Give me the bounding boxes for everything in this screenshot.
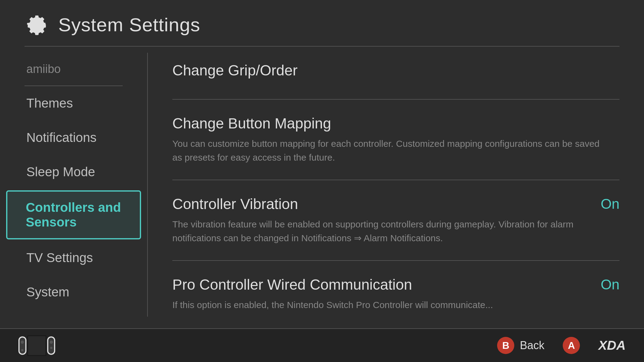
section-desc-controller-vibration: The vibration feature will be enabled on…	[172, 217, 577, 245]
section-value-pro-controller-wired: On	[589, 276, 619, 293]
svg-point-8	[50, 341, 53, 344]
section-row: Pro Controller Wired Communication If th…	[172, 276, 619, 312]
section-change-button-mapping[interactable]: Change Button Mapping You can customize …	[172, 100, 619, 180]
footer: B Back A XDA	[0, 328, 644, 362]
section-change-grip-order[interactable]: Change Grip/Order	[172, 47, 619, 100]
b-button-icon: B	[497, 337, 514, 354]
section-row: Change Button Mapping You can customize …	[172, 115, 619, 164]
svg-point-9	[50, 347, 53, 349]
section-text-group: Pro Controller Wired Communication If th…	[172, 276, 493, 312]
main-layout: amiibo Themes Notifications Sleep Mode C…	[0, 47, 644, 323]
section-desc-pro-controller-wired: If this option is enabled, the Nintendo …	[172, 298, 493, 312]
section-title-change-button-mapping: Change Button Mapping	[172, 115, 602, 132]
switch-icon	[18, 334, 55, 357]
select-button[interactable]: A	[563, 337, 580, 354]
sidebar: amiibo Themes Notifications Sleep Mode C…	[0, 47, 147, 323]
svg-rect-5	[28, 336, 46, 355]
section-text-group: Change Button Mapping You can customize …	[172, 115, 602, 164]
section-row: Controller Vibration The vibration featu…	[172, 196, 619, 245]
section-desc-change-button-mapping: You can customize button mapping for eac…	[172, 137, 602, 164]
section-pro-controller-wired[interactable]: Pro Controller Wired Communication If th…	[172, 261, 619, 323]
svg-rect-7	[48, 337, 54, 354]
page-title: System Settings	[58, 14, 200, 36]
section-controller-vibration[interactable]: Controller Vibration The vibration featu…	[172, 180, 619, 261]
section-title-pro-controller-wired: Pro Controller Wired Communication	[172, 276, 493, 293]
footer-right: B Back A XDA	[497, 337, 626, 354]
svg-point-2	[21, 341, 24, 344]
header: System Settings	[0, 0, 644, 46]
section-value-controller-vibration: On	[589, 196, 619, 212]
svg-point-3	[21, 349, 24, 351]
a-button-icon: A	[563, 337, 580, 354]
gear-icon	[25, 12, 49, 37]
sidebar-item-controllers-and-sensors[interactable]: Controllers and Sensors	[6, 190, 141, 239]
back-button[interactable]: B Back	[497, 337, 544, 354]
sidebar-item-themes[interactable]: Themes	[0, 86, 147, 120]
content-area: Change Grip/Order Change Button Mapping …	[148, 47, 644, 323]
sidebar-item-tv-settings[interactable]: TV Settings	[0, 241, 147, 275]
sidebar-item-sleep-mode[interactable]: Sleep Mode	[0, 155, 147, 189]
sidebar-item-amiibo[interactable]: amiibo	[0, 53, 147, 86]
section-title-controller-vibration: Controller Vibration	[172, 196, 577, 212]
sidebar-item-notifications[interactable]: Notifications	[0, 120, 147, 155]
section-row: Change Grip/Order	[172, 62, 619, 84]
back-label: Back	[520, 339, 544, 352]
xda-logo: XDA	[598, 338, 626, 353]
section-title-change-grip-order: Change Grip/Order	[172, 62, 297, 79]
footer-left	[18, 334, 55, 357]
sidebar-item-system[interactable]: System	[0, 275, 147, 309]
section-text-group: Controller Vibration The vibration featu…	[172, 196, 577, 245]
